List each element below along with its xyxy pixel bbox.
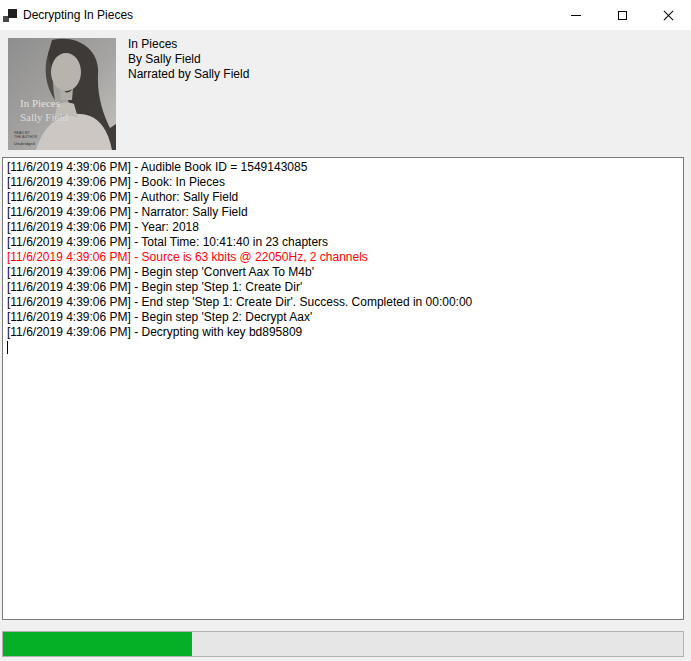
log-line: [11/6/2019 4:39:06 PM] - Begin step 'Ste… xyxy=(7,310,683,325)
book-title: In Pieces xyxy=(128,37,249,52)
log-line: [11/6/2019 4:39:06 PM] - Book: In Pieces xyxy=(7,175,683,190)
log-line: [11/6/2019 4:39:06 PM] - Source is 63 kb… xyxy=(7,250,683,265)
book-author: By Sally Field xyxy=(128,52,249,67)
titlebar[interactable]: Decrypting In Pieces xyxy=(0,0,691,30)
cover-edition-text: Unabridged xyxy=(14,141,35,146)
book-narrator: Narrated by Sally Field xyxy=(128,67,249,82)
log-line: [11/6/2019 4:39:06 PM] - Total Time: 10:… xyxy=(7,235,683,250)
maximize-button[interactable] xyxy=(599,0,645,30)
log-line: [11/6/2019 4:39:06 PM] - Narrator: Sally… xyxy=(7,205,683,220)
log-output[interactable]: [11/6/2019 4:39:06 PM] - Audible Book ID… xyxy=(2,157,684,620)
cover-title-text: In Pieces xyxy=(20,97,60,109)
minimize-icon xyxy=(571,15,581,16)
log-line: [11/6/2019 4:39:06 PM] - End step 'Step … xyxy=(7,295,683,310)
log-line: [11/6/2019 4:39:06 PM] - Decrypting with… xyxy=(7,325,683,340)
close-button[interactable] xyxy=(645,0,691,30)
text-caret xyxy=(7,341,8,354)
maximize-icon xyxy=(618,11,627,20)
progress-fill xyxy=(3,632,192,656)
log-line: [11/6/2019 4:39:06 PM] - Audible Book ID… xyxy=(7,160,683,175)
minimize-button[interactable] xyxy=(553,0,599,30)
log-line: [11/6/2019 4:39:06 PM] - Begin step 'Con… xyxy=(7,265,683,280)
book-info: In Pieces By Sally Field Narrated by Sal… xyxy=(128,37,249,82)
close-icon xyxy=(663,10,674,21)
app-icon xyxy=(3,9,17,22)
cover-readby-line2: THE AUTHOR xyxy=(14,135,38,139)
log-line: [11/6/2019 4:39:06 PM] - Author: Sally F… xyxy=(7,190,683,205)
progress-bar xyxy=(2,631,684,657)
log-line: [11/6/2019 4:39:06 PM] - Begin step 'Ste… xyxy=(7,280,683,295)
log-line: [11/6/2019 4:39:06 PM] - Year: 2018 xyxy=(7,220,683,235)
cover-author-text: Sally Field xyxy=(20,111,68,123)
book-cover-image: In Pieces Sally Field READ BY THE AUTHOR… xyxy=(8,38,116,150)
window-title: Decrypting In Pieces xyxy=(23,8,133,22)
